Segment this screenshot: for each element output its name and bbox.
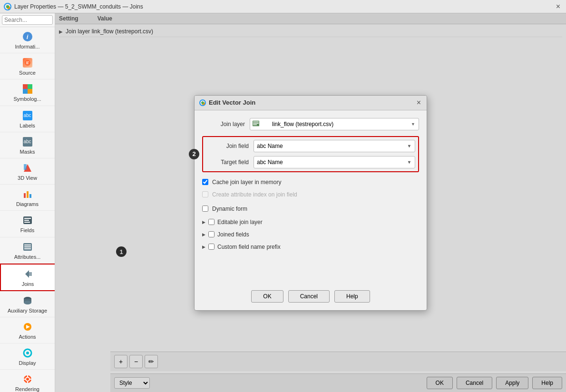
info-icon: i: [23, 32, 32, 41]
sidebar-item-label: Actions: [19, 334, 36, 340]
join-layer-value: link_flow (testreport.csv): [272, 121, 333, 127]
dialog-titlebar: Edit Vector Join ×: [195, 96, 427, 110]
3dview-icon: [23, 163, 32, 173]
custom-prefix-expander[interactable]: ▶: [202, 245, 205, 249]
dynamic-form-checkbox[interactable]: [202, 206, 208, 212]
dialog-close-button[interactable]: ×: [416, 98, 422, 107]
sidebar-item-masks[interactable]: abc Masks: [0, 132, 55, 158]
svg-rect-13: [24, 222, 30, 223]
dialog-logo: [199, 99, 206, 106]
join-field-wrapper: abc Name ▼: [254, 140, 415, 152]
cache-join-row: Cache join layer in memory: [202, 177, 419, 187]
dialog-cancel-button[interactable]: Cancel: [288, 290, 330, 303]
sidebar-item-display[interactable]: Display: [0, 343, 55, 370]
sidebar-item-label: Labels: [20, 123, 35, 129]
sidebar-item-label: Informati...: [15, 44, 40, 50]
content-area: Setting Value ▶ Join layer link_flow (te…: [55, 13, 566, 392]
dialog-title: Edit Vector Join: [209, 99, 255, 106]
sidebar-item-fields[interactable]: Fields: [0, 211, 55, 237]
diagrams-icon: [23, 189, 32, 199]
sidebar-item-diagrams[interactable]: Diagrams: [0, 185, 55, 211]
sidebar-item-attributes[interactable]: Attributes...: [0, 237, 55, 264]
target-field-label: Target field: [206, 159, 249, 166]
editable-join-expander[interactable]: ▶: [202, 220, 205, 225]
join-field-row: Join field abc Name ▼: [206, 140, 415, 152]
step2-section: 2 Join field abc Name ▼: [202, 136, 419, 172]
target-field-row: Target field abc Name ▼: [206, 156, 415, 168]
sidebar-item-3dview[interactable]: 3D View: [0, 158, 55, 185]
sidebar-item-label: Rendering: [15, 386, 39, 392]
auxiliary-icon: [23, 296, 32, 305]
join-layer-select[interactable]: link_flow (testreport.csv) ▼: [250, 118, 419, 130]
fields-icon: [23, 216, 32, 225]
sidebar-item-label: Joins: [22, 281, 34, 287]
sidebar-item-label: 3D View: [18, 175, 37, 181]
red-outlined-fields: Join field abc Name ▼ Target: [202, 136, 419, 172]
step-2-badge: 2: [189, 149, 199, 159]
sidebar-item-joins[interactable]: Joins: [0, 264, 55, 291]
svg-rect-16: [24, 246, 31, 247]
window-title: Layer Properties — 5_2_SWMM_conduits — J…: [14, 3, 143, 10]
attr-index-label: Create attribute index on join field: [212, 191, 297, 198]
join-field-label: Join field: [206, 143, 249, 149]
joins-icon: [23, 269, 33, 279]
join-layer-icon: [253, 120, 259, 127]
target-field-select[interactable]: abc Name: [254, 156, 415, 168]
cache-join-checkbox[interactable]: [202, 179, 208, 185]
actions-icon: [23, 322, 32, 332]
svg-rect-19: [29, 272, 32, 276]
custom-prefix-checkbox[interactable]: [208, 244, 215, 250]
join-field-select[interactable]: abc Name: [254, 140, 415, 152]
sidebar-item-label: Source: [19, 70, 36, 76]
joined-fields-label[interactable]: Joined fields: [217, 231, 249, 238]
sidebar-item-label: Diagrams: [16, 201, 39, 207]
custom-prefix-row: ▶ Custom field name prefix: [202, 242, 419, 252]
svg-rect-2: [28, 84, 32, 89]
sidebar-search-container: [0, 13, 55, 27]
sidebar-item-source[interactable]: Source: [0, 53, 55, 79]
svg-point-22: [24, 301, 31, 304]
dynamic-form-row: Dynamic form: [202, 204, 419, 214]
svg-rect-11: [24, 218, 31, 219]
sidebar-item-information[interactable]: i Informati...: [0, 27, 55, 53]
editable-join-label[interactable]: Editable join layer: [217, 219, 263, 225]
dialog-ok-button[interactable]: OK: [251, 290, 283, 303]
labels-icon: abc: [23, 111, 32, 120]
target-field-wrapper: abc Name ▼: [254, 156, 415, 168]
symbology-icon: [23, 84, 32, 94]
svg-rect-1: [23, 84, 28, 89]
dialog-help-button[interactable]: Help: [334, 290, 370, 303]
sidebar-search-input[interactable]: [2, 15, 53, 25]
svg-rect-41: [253, 123, 259, 124]
sidebar-item-label: Symbolog...: [13, 96, 41, 102]
joined-fields-row: ▶ Joined fields: [202, 229, 419, 240]
window-close-button[interactable]: ×: [554, 2, 562, 11]
sidebar: i Informati... Source Symbolog... abc La…: [0, 13, 55, 392]
app-logo: [4, 3, 11, 10]
join-layer-label: Join layer: [202, 121, 245, 127]
join-layer-row: Join layer link_flow (testreport.csv) ▼: [202, 118, 419, 130]
masks-icon: abc: [23, 137, 32, 147]
joined-fields-checkbox[interactable]: [208, 231, 215, 237]
sidebar-item-symbology[interactable]: Symbolog...: [0, 79, 55, 106]
svg-rect-7: [24, 193, 26, 198]
sidebar-item-rendering[interactable]: Rendering: [0, 370, 55, 392]
editable-join-checkbox[interactable]: [208, 219, 215, 225]
sidebar-item-labels[interactable]: abc Labels: [0, 106, 55, 132]
join-layer-wrapper: link_flow (testreport.csv) ▼: [250, 118, 419, 130]
join-layer-dropdown-arrow: ▼: [411, 122, 415, 127]
sidebar-item-label: Auxiliary Storage: [8, 308, 47, 314]
joined-fields-expander[interactable]: ▶: [202, 232, 205, 237]
sidebar-item-actions[interactable]: Actions: [0, 317, 55, 343]
svg-rect-17: [24, 248, 31, 249]
sidebar-item-auxiliary[interactable]: Auxiliary Storage: [0, 291, 55, 317]
svg-rect-12: [24, 220, 29, 221]
editable-join-row: ▶ Editable join layer: [202, 217, 419, 227]
display-icon: [23, 348, 32, 358]
dynamic-form-label[interactable]: Dynamic form: [212, 206, 247, 212]
cache-join-label[interactable]: Cache join layer in memory: [212, 179, 281, 186]
edit-vector-join-dialog: Edit Vector Join × Join layer: [194, 95, 427, 311]
custom-prefix-label[interactable]: Custom field name prefix: [217, 244, 281, 250]
svg-marker-6: [24, 164, 27, 170]
svg-rect-9: [29, 194, 31, 198]
